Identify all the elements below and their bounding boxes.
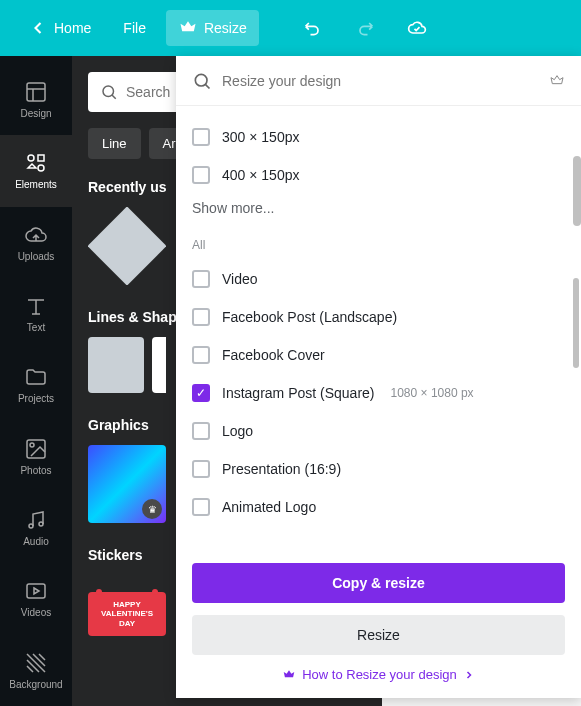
home-label: Home bbox=[54, 20, 91, 36]
sidebar-item-projects[interactable]: Projects bbox=[0, 349, 72, 420]
resize-option-fb-cover[interactable]: Facebook Cover bbox=[192, 336, 565, 374]
sidebar-item-elements[interactable]: Elements bbox=[0, 135, 72, 206]
cloud-check-icon bbox=[407, 18, 427, 38]
thumb-diamond[interactable] bbox=[88, 207, 166, 285]
sidebar-item-design[interactable]: Design bbox=[0, 64, 72, 135]
file-button[interactable]: File bbox=[111, 12, 158, 44]
redo-icon bbox=[355, 18, 375, 38]
checkbox-icon[interactable] bbox=[192, 308, 210, 326]
home-button[interactable]: Home bbox=[16, 10, 103, 46]
side-label: Audio bbox=[23, 536, 49, 547]
resize-only-button[interactable]: Resize bbox=[192, 615, 565, 655]
checkbox-icon[interactable] bbox=[192, 498, 210, 516]
resize-option[interactable]: 300 × 150px bbox=[192, 118, 565, 156]
side-label: Uploads bbox=[18, 251, 55, 262]
svg-rect-0 bbox=[27, 83, 45, 101]
opt-label: Presentation (16:9) bbox=[222, 461, 341, 477]
crown-badge-icon: ♛ bbox=[142, 499, 162, 519]
scrollbar-thumb[interactable] bbox=[573, 278, 579, 368]
resize-option-presentation[interactable]: Presentation (16:9) bbox=[192, 450, 565, 488]
howto-label: How to Resize your design bbox=[302, 667, 457, 682]
svg-point-10 bbox=[195, 74, 207, 86]
thumb-gradient[interactable]: ♛ bbox=[88, 445, 166, 523]
chevron-right-icon bbox=[463, 669, 475, 681]
checkbox-icon[interactable] bbox=[192, 270, 210, 288]
chip-line[interactable]: Line bbox=[88, 128, 141, 159]
side-label: Text bbox=[27, 322, 45, 333]
svg-rect-3 bbox=[38, 165, 44, 171]
side-label: Design bbox=[20, 108, 51, 119]
opt-label: Logo bbox=[222, 423, 253, 439]
cloud-button[interactable] bbox=[395, 10, 439, 46]
svg-point-5 bbox=[30, 443, 34, 447]
resize-option-video[interactable]: Video bbox=[192, 260, 565, 298]
checkbox-icon[interactable] bbox=[192, 128, 210, 146]
resize-options-list[interactable]: 300 × 150px 400 × 150px Show more... All… bbox=[176, 106, 581, 547]
svg-rect-8 bbox=[27, 584, 45, 598]
sidebar-item-audio[interactable]: Audio bbox=[0, 492, 72, 563]
search-icon bbox=[100, 83, 118, 101]
sidebar-item-photos[interactable]: Photos bbox=[0, 421, 72, 492]
side-label: Elements bbox=[15, 179, 57, 190]
resize-search-bar bbox=[176, 56, 581, 106]
sidebar-item-text[interactable]: Text bbox=[0, 278, 72, 349]
svg-point-6 bbox=[29, 524, 33, 528]
resize-dropdown-panel: 300 × 150px 400 × 150px Show more... All… bbox=[176, 56, 581, 698]
thumb-shape-1[interactable] bbox=[88, 337, 144, 393]
svg-point-9 bbox=[103, 86, 114, 97]
side-label: Videos bbox=[21, 607, 51, 618]
resize-label: Resize bbox=[204, 20, 247, 36]
left-sidebar: Design Elements Uploads Text Projects Ph… bbox=[0, 56, 72, 706]
outer-scrollbar-thumb[interactable] bbox=[573, 156, 581, 226]
valentine-badge: HAPPY VALENTINE'S DAY bbox=[88, 592, 166, 637]
howto-link[interactable]: How to Resize your design bbox=[192, 667, 565, 682]
opt-label: Animated Logo bbox=[222, 499, 316, 515]
side-label: Photos bbox=[20, 465, 51, 476]
opt-label: Video bbox=[222, 271, 258, 287]
thumb-valentine[interactable]: HAPPY VALENTINE'S DAY bbox=[88, 575, 166, 653]
resize-button[interactable]: Resize bbox=[166, 10, 259, 46]
checkbox-icon[interactable] bbox=[192, 422, 210, 440]
crown-icon bbox=[549, 73, 565, 89]
resize-search-input[interactable] bbox=[222, 73, 539, 89]
resize-option-anim-logo[interactable]: Animated Logo bbox=[192, 488, 565, 526]
svg-point-1 bbox=[28, 155, 34, 161]
resize-option-fb-post[interactable]: Facebook Post (Landscape) bbox=[192, 298, 565, 336]
sidebar-item-background[interactable]: Background bbox=[0, 635, 72, 706]
svg-rect-2 bbox=[38, 155, 44, 161]
svg-point-7 bbox=[39, 522, 43, 526]
copy-resize-button[interactable]: Copy & resize bbox=[192, 563, 565, 603]
resize-option-instagram[interactable]: ✓Instagram Post (Square)1080 × 1080 px bbox=[192, 374, 565, 412]
chevron-left-icon bbox=[28, 18, 48, 38]
show-more-link[interactable]: Show more... bbox=[192, 194, 565, 222]
side-label: Background bbox=[9, 679, 62, 690]
opt-label: 300 × 150px bbox=[222, 129, 299, 145]
resize-footer: Copy & resize Resize How to Resize your … bbox=[176, 547, 581, 698]
undo-button[interactable] bbox=[291, 10, 335, 46]
opt-label: Facebook Post (Landscape) bbox=[222, 309, 397, 325]
resize-option-logo[interactable]: Logo bbox=[192, 412, 565, 450]
undo-icon bbox=[303, 18, 323, 38]
sidebar-item-videos[interactable]: Videos bbox=[0, 563, 72, 634]
group-all-label: All bbox=[192, 222, 565, 260]
search-icon bbox=[192, 71, 212, 91]
checkbox-icon[interactable] bbox=[192, 166, 210, 184]
opt-label: 400 × 150px bbox=[222, 167, 299, 183]
side-label: Projects bbox=[18, 393, 54, 404]
crown-icon bbox=[282, 668, 296, 682]
redo-button[interactable] bbox=[343, 10, 387, 46]
resize-option[interactable]: 400 × 150px bbox=[192, 156, 565, 194]
top-toolbar: Home File Resize bbox=[0, 0, 581, 56]
sidebar-item-uploads[interactable]: Uploads bbox=[0, 207, 72, 278]
opt-label: Instagram Post (Square) bbox=[222, 385, 375, 401]
thumb-shape-2[interactable] bbox=[152, 337, 166, 393]
crown-icon bbox=[178, 18, 198, 38]
opt-dims: 1080 × 1080 px bbox=[391, 386, 474, 400]
file-label: File bbox=[123, 20, 146, 36]
checkbox-checked-icon[interactable]: ✓ bbox=[192, 384, 210, 402]
checkbox-icon[interactable] bbox=[192, 460, 210, 478]
opt-label: Facebook Cover bbox=[222, 347, 325, 363]
checkbox-icon[interactable] bbox=[192, 346, 210, 364]
